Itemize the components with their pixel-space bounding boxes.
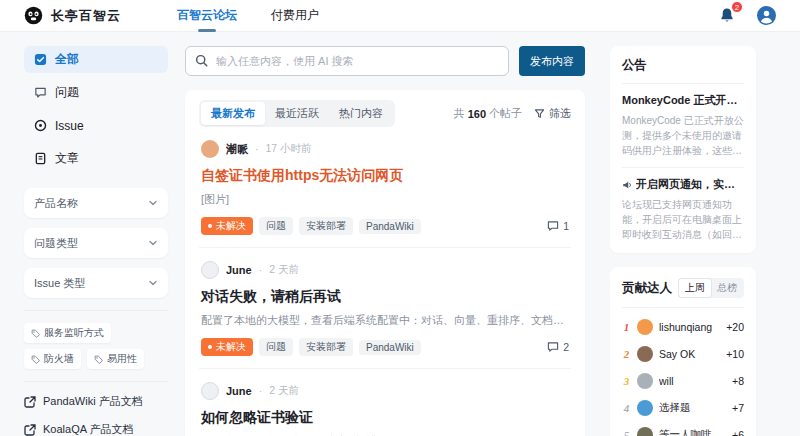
- tab-latest[interactable]: 最新发布: [201, 102, 265, 125]
- contributor-score: +8: [732, 375, 744, 387]
- feed-card: 最新发布 最近活跃 热门内容 共 160 个帖子 筛选: [185, 90, 585, 436]
- site-title: 长亭百智云: [51, 7, 121, 25]
- link-label: PandaWiki 产品文档: [43, 394, 143, 409]
- meta-separator: ·: [255, 143, 259, 155]
- contributor-row[interactable]: 1 lishunqiang +20: [622, 319, 744, 335]
- sidebar-item-label: 全部: [55, 51, 79, 68]
- post-tag[interactable]: 问题: [259, 338, 293, 356]
- contributor-row[interactable]: 2 Say OK +10: [622, 346, 744, 362]
- sidebar-divider: [24, 310, 168, 311]
- tab-hot[interactable]: 热门内容: [329, 102, 393, 125]
- contributors-title: 贡献达人: [622, 280, 672, 297]
- announcements-card: 公告 MonkeyCode 正式开放公测，邀... MonkeyCode 已正式…: [610, 46, 756, 253]
- announcement-item[interactable]: MonkeyCode 正式开放公测，邀... MonkeyCode 已正式开放公…: [622, 93, 744, 158]
- post-tags: 未解决 问题 安装部署 PandaWiki 2: [201, 338, 569, 356]
- post-excerpt: [图片]: [201, 192, 569, 207]
- post-author[interactable]: 潮哌: [226, 142, 248, 157]
- header-actions: 2: [719, 6, 776, 25]
- post-count: 160: [468, 108, 486, 120]
- hot-tags: 服务监听方式 防火墙 易用性: [24, 323, 168, 369]
- nav-tab-paid-users[interactable]: 付费用户: [271, 0, 319, 32]
- tag-label: 服务监听方式: [44, 326, 104, 340]
- contributor-score: +6: [732, 429, 744, 436]
- post-tag[interactable]: 安装部署: [299, 338, 353, 356]
- sidebar-item-issue[interactable]: Issue: [24, 112, 168, 139]
- notification-badge: 2: [731, 1, 743, 13]
- tag-label: 易用性: [107, 352, 137, 366]
- comment-icon: [547, 341, 559, 353]
- announcement-body: 论坛现已支持网页通知功能，开启后可在电脑桌面上即时收到互动消息（如回答、点赞、评…: [622, 197, 744, 242]
- meta-separator: ·: [259, 264, 263, 276]
- post-author[interactable]: June: [226, 385, 252, 397]
- comment-number: 1: [563, 220, 569, 232]
- comment-count[interactable]: 1: [547, 220, 569, 232]
- status-label: 未解决: [216, 219, 246, 233]
- contributor-name: 等一人咖啡: [659, 428, 726, 436]
- issue-type-select[interactable]: Issue 类型: [24, 268, 168, 298]
- author-avatar[interactable]: [201, 261, 219, 279]
- tab-recent-active[interactable]: 最近活跃: [265, 102, 329, 125]
- meta-separator: ·: [259, 385, 263, 397]
- post-tag[interactable]: PandaWiki: [359, 219, 421, 234]
- contributor-name: will: [659, 375, 726, 387]
- document-icon: [34, 152, 47, 165]
- contributor-row[interactable]: 3 will +8: [622, 373, 744, 389]
- contributor-score: +7: [732, 402, 744, 414]
- nav-tab-forum[interactable]: 百智云论坛: [177, 0, 237, 32]
- sidebar-item-label: 文章: [55, 150, 79, 167]
- post-time: 17 小时前: [266, 142, 312, 156]
- notification-bell[interactable]: 2: [719, 7, 735, 24]
- contributor-row[interactable]: 4 选择题 +7: [622, 400, 744, 416]
- announcements-title: 公告: [622, 57, 744, 74]
- post-tag[interactable]: PandaWiki: [359, 340, 421, 355]
- sidebar-item-label: 问题: [55, 84, 79, 101]
- brand[interactable]: 长亭百智云: [24, 6, 121, 25]
- contributor-row[interactable]: 5 等一人咖啡 +6: [622, 427, 744, 436]
- tag-pill[interactable]: 易用性: [87, 349, 144, 369]
- post-tag[interactable]: 安装部署: [299, 217, 353, 235]
- main-nav: 百智云论坛 付费用户: [177, 0, 319, 32]
- announcement-body: MonkeyCode 已正式开放公测，提供多个未使用的邀请码供用户注册体验，这些…: [622, 113, 744, 158]
- user-avatar[interactable]: [757, 6, 776, 25]
- contributor-avatar: [637, 346, 653, 362]
- post-author[interactable]: June: [226, 264, 252, 276]
- sidebar-item-questions[interactable]: 问题: [24, 79, 168, 106]
- link-koalaqa-docs[interactable]: KoalaQA 产品文档: [24, 422, 168, 436]
- tag-icon: [31, 329, 40, 338]
- post-title[interactable]: 对话失败，请稍后再试: [201, 288, 569, 306]
- tag-pill[interactable]: 防火墙: [24, 349, 81, 369]
- announcement-item[interactable]: 开启网页通知，实时掌握互动... 论坛现已支持网页通知功能，开启后可在电脑桌面上…: [622, 167, 744, 242]
- search-input[interactable]: [185, 46, 509, 76]
- author-avatar[interactable]: [201, 140, 219, 158]
- tag-icon: [31, 355, 40, 364]
- chevron-down-icon: [148, 198, 158, 208]
- post-title[interactable]: 自签证书使用https无法访问网页: [201, 167, 569, 185]
- announcement-title: MonkeyCode 正式开放公测，邀...: [622, 93, 744, 108]
- filter-label: 筛选: [549, 106, 571, 121]
- tab-last-week[interactable]: 上周: [679, 279, 711, 297]
- main-column: 发布内容 最新发布 最近活跃 热门内容 共 160 个帖子 筛选: [185, 46, 585, 436]
- search-box: [185, 46, 509, 76]
- sidebar-item-articles[interactable]: 文章: [24, 145, 168, 172]
- contributor-score: +20: [726, 321, 744, 333]
- contributors-header: 贡献达人 上周 总榜: [622, 278, 744, 298]
- post-tag[interactable]: 问题: [259, 217, 293, 235]
- product-name-select[interactable]: 产品名称: [24, 188, 168, 218]
- tab-all-time[interactable]: 总榜: [711, 279, 743, 297]
- card-divider: [622, 83, 744, 84]
- author-avatar[interactable]: [201, 382, 219, 400]
- rank-number: 3: [622, 375, 631, 387]
- post-time: 2 天前: [269, 263, 299, 277]
- tag-pill[interactable]: 服务监听方式: [24, 323, 111, 343]
- sidebar-item-all[interactable]: 全部: [24, 46, 168, 73]
- announcement-title: 开启网页通知，实时掌握互动...: [622, 177, 744, 192]
- question-type-select[interactable]: 问题类型: [24, 228, 168, 258]
- filter-dropdowns: 产品名称 问题类型 Issue 类型: [24, 188, 168, 298]
- post-title[interactable]: 如何忽略证书验证: [201, 409, 569, 427]
- publish-button[interactable]: 发布内容: [519, 46, 585, 76]
- contributors-card: 贡献达人 上周 总榜 1 lishunqiang +20 2 Say OK +1…: [610, 267, 756, 436]
- comment-count[interactable]: 2: [547, 341, 569, 353]
- comment-number: 2: [563, 341, 569, 353]
- link-pandawiki-docs[interactable]: PandaWiki 产品文档: [24, 394, 168, 409]
- filter-button[interactable]: 筛选: [534, 106, 571, 121]
